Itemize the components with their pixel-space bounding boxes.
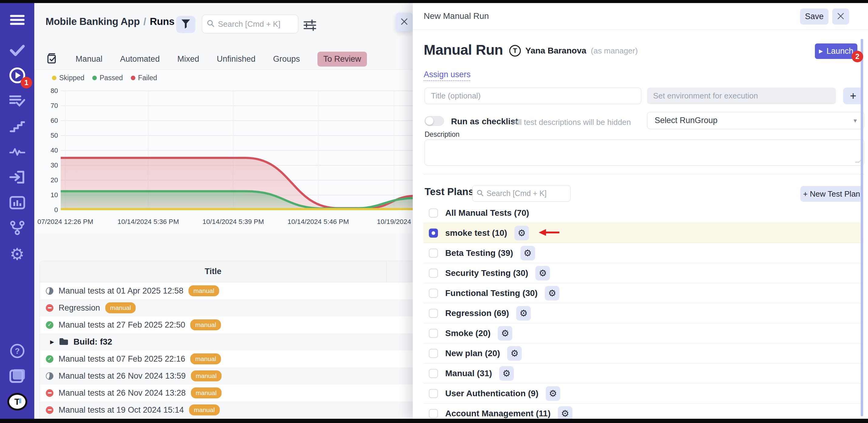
status-icon xyxy=(46,287,54,295)
test-plan-row-new-plan-20[interactable]: New plan (20) ⚙ xyxy=(423,343,863,363)
manual-badge: manual xyxy=(190,319,221,330)
projects-icon[interactable] xyxy=(0,366,34,386)
menu-icon[interactable] xyxy=(0,10,34,30)
test-plan-settings-button[interactable]: ⚙ xyxy=(546,386,560,401)
reports-icon[interactable] xyxy=(0,193,34,213)
rungroup-select[interactable]: Select RunGroup ▾ xyxy=(647,112,864,129)
tests-check-icon[interactable] xyxy=(0,41,34,60)
test-plan-settings-button[interactable]: ⚙ xyxy=(535,266,550,280)
test-plan-checkbox[interactable] xyxy=(429,289,438,298)
test-plans-icon[interactable] xyxy=(0,91,34,111)
checklist-icon[interactable] xyxy=(46,53,58,65)
test-plan-checkbox[interactable] xyxy=(429,228,438,237)
gear-icon: ⚙ xyxy=(518,228,526,237)
test-plan-row-manual-31[interactable]: Manual (31) ⚙ xyxy=(423,363,863,384)
test-plan-checkbox[interactable] xyxy=(429,389,438,398)
modal-close-button[interactable] xyxy=(832,8,849,25)
add-environment-button[interactable]: + xyxy=(843,87,863,104)
y-tick: 30 xyxy=(51,161,58,169)
test-plan-settings-button[interactable]: ⚙ xyxy=(545,286,559,301)
run-title: Manual tests at 01 Apr 2025 12:58 xyxy=(59,286,183,296)
assign-users-link[interactable]: Assign users xyxy=(424,70,471,79)
chart-x-axis: 07/2024 12:26 PM10/14/2024 5:36 PM10/14/… xyxy=(61,218,413,227)
test-plan-settings-button[interactable]: ⚙ xyxy=(499,366,514,381)
new-test-plan-button[interactable]: + New Test Plan xyxy=(800,186,863,202)
section-divider xyxy=(424,174,864,174)
scrollbar-thumb[interactable] xyxy=(861,39,863,416)
test-plan-row-smoke-test-10[interactable]: smoke test (10) ⚙ xyxy=(423,223,863,243)
breadcrumb-project[interactable]: Mobile Banking App xyxy=(45,16,140,27)
table-row[interactable]: Manual tests at 19 Oct 2024 15:14 manual xyxy=(40,401,413,418)
search-icon xyxy=(477,190,484,198)
runs-search-input[interactable] xyxy=(218,20,293,29)
run-title-input[interactable] xyxy=(425,87,641,104)
testomat-logo[interactable]: T xyxy=(0,392,34,412)
test-plan-checkbox[interactable] xyxy=(429,249,438,258)
tab-manual[interactable]: Manual xyxy=(75,52,102,66)
test-plan-checkbox[interactable] xyxy=(429,329,438,338)
table-row[interactable]: Regression manual xyxy=(40,299,413,316)
test-plan-checkbox[interactable] xyxy=(429,269,438,278)
launch-button[interactable]: ▶ Launch xyxy=(815,44,857,59)
gear-icon: ⚙ xyxy=(539,269,547,278)
test-plan-checkbox[interactable] xyxy=(429,208,438,218)
table-row[interactable]: Manual tests at 26 Nov 2024 13:59 manual xyxy=(40,367,413,385)
manager-info: T Yana Baranova (as manager) xyxy=(509,45,638,57)
test-plan-row-all-manual-tests-70[interactable]: All Manual Tests (70) xyxy=(423,203,863,223)
test-plan-checkbox[interactable] xyxy=(429,309,438,318)
runs-chart xyxy=(61,88,413,213)
panel-close-button[interactable] xyxy=(396,13,413,31)
tab-mixed[interactable]: Mixed xyxy=(177,52,199,66)
test-plan-checkbox[interactable] xyxy=(429,409,438,418)
table-row[interactable]: Manual tests at 26 Nov 2024 13:28 manual xyxy=(40,385,413,401)
test-plan-settings-button[interactable]: ⚙ xyxy=(498,326,512,341)
test-plan-row-security-testing-30[interactable]: Security Testing (30) ⚙ xyxy=(423,263,863,283)
import-icon[interactable] xyxy=(0,167,34,187)
test-plan-row-regression-69[interactable]: Regression (69) ⚙ xyxy=(423,303,863,323)
run-title: Manual tests at 19 Oct 2024 15:14 xyxy=(59,405,184,415)
help-icon[interactable]: ? xyxy=(0,341,34,361)
milestones-steps-icon[interactable] xyxy=(0,117,34,136)
test-plan-row-functional-testing-30[interactable]: Functional Testing (30) ⚙ xyxy=(423,283,863,303)
table-header: Title xyxy=(40,261,413,282)
run-as-checklist-toggle[interactable] xyxy=(425,116,444,126)
test-plan-checkbox[interactable] xyxy=(429,369,438,378)
test-plans-search-input[interactable] xyxy=(487,189,566,198)
branch-icon[interactable] xyxy=(0,218,34,237)
run-type-tabs: ManualAutomatedMixedUnfinishedGroupsTo R… xyxy=(46,49,367,69)
tab-to-review[interactable]: To Review xyxy=(317,52,367,66)
settings-gear-icon[interactable]: ⚙ xyxy=(0,244,34,264)
adjustments-icon[interactable] xyxy=(302,18,318,33)
description-textarea[interactable] xyxy=(425,139,864,166)
test-plan-settings-button[interactable]: ⚙ xyxy=(521,246,535,260)
launch-notification-badge: 2 xyxy=(851,51,863,62)
table-row[interactable]: Manual tests at 07 Feb 2025 22:16 manual xyxy=(40,350,413,367)
test-plan-settings-button[interactable]: ⚙ xyxy=(515,226,529,241)
tab-automated[interactable]: Automated xyxy=(120,52,160,66)
test-plan-settings-button[interactable]: ⚙ xyxy=(516,306,531,320)
test-plan-row-account-management-11[interactable]: Account Management (11) ⚙ xyxy=(423,403,863,419)
table-row[interactable]: Manual tests at 27 Feb 2025 22:50 manual xyxy=(40,316,413,333)
analytics-pulse-icon[interactable] xyxy=(0,142,34,161)
y-tick: 70 xyxy=(51,102,58,110)
manager-name: Yana Baranova xyxy=(525,46,586,56)
save-button[interactable]: Save xyxy=(800,8,829,25)
description-label: Description xyxy=(425,130,460,139)
test-plan-row-beta-testing-39[interactable]: Beta Testing (39) ⚙ xyxy=(423,243,863,263)
test-plan-row-smoke-20[interactable]: Smoke (20) ⚙ xyxy=(423,323,863,343)
test-plan-settings-button[interactable]: ⚙ xyxy=(507,346,522,361)
caret-right-icon[interactable]: ▶ xyxy=(50,339,54,345)
environment-input[interactable] xyxy=(647,87,836,104)
test-plans-heading: Test Plans xyxy=(425,186,474,198)
status-icon xyxy=(46,355,54,363)
test-plan-settings-button[interactable]: ⚙ xyxy=(558,406,572,419)
table-row[interactable]: Manual tests at 01 Apr 2025 12:58 manual xyxy=(40,282,413,299)
modal-header: New Manual Run Save xyxy=(413,3,868,30)
y-tick: 60 xyxy=(51,117,58,124)
tab-unfinished[interactable]: Unfinished xyxy=(217,52,255,66)
tab-groups[interactable]: Groups xyxy=(273,52,300,66)
test-plan-row-user-authentication-9[interactable]: User Authentication (9) ⚙ xyxy=(423,384,863,403)
test-plan-checkbox[interactable] xyxy=(429,349,438,358)
table-folder-row[interactable]: ▶ Build: f32 xyxy=(40,333,413,350)
filter-button[interactable] xyxy=(176,16,195,33)
